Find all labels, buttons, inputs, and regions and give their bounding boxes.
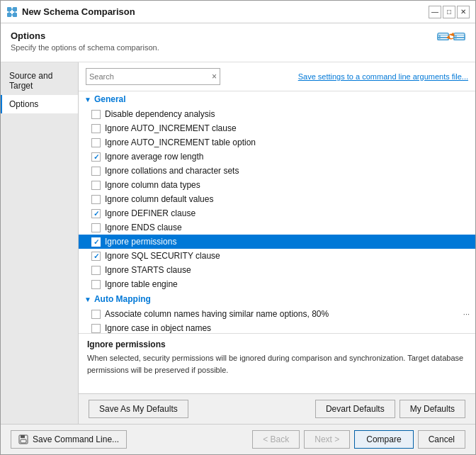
table-row[interactable]: Ignore table engine bbox=[79, 277, 475, 291]
option-label: Ignore column default values bbox=[105, 194, 213, 204]
option-label: Ignore permissions bbox=[105, 237, 176, 247]
option-label: Ignore table engine bbox=[105, 279, 178, 289]
table-row[interactable]: Disable dependency analysis bbox=[79, 107, 475, 121]
svg-rect-19 bbox=[21, 435, 25, 438]
option-label: Ignore ENDS clause bbox=[105, 223, 182, 232]
svg-rect-3 bbox=[13, 13, 17, 17]
option-label: Ignore STARTS clause bbox=[105, 265, 191, 275]
auto-mapping-collapse-arrow: ▼ bbox=[84, 296, 91, 303]
option-label: Associate column names having similar na… bbox=[105, 309, 329, 319]
option-label: Disable dependency analysis bbox=[105, 109, 215, 119]
header-info: Options Specify the options of schema co… bbox=[11, 30, 159, 52]
option-label: Ignore SQL SECURITY clause bbox=[105, 251, 220, 261]
table-row[interactable]: Ignore ENDS clause bbox=[79, 220, 475, 235]
checkbox-ignore-collations[interactable] bbox=[91, 167, 101, 176]
checkbox-ignore-avg-row[interactable] bbox=[91, 152, 101, 162]
option-label: Ignore AUTO_INCREMENT table option bbox=[105, 137, 256, 147]
header-section: Options Specify the options of schema co… bbox=[1, 23, 475, 62]
checkbox-ignore-starts[interactable] bbox=[91, 266, 101, 275]
table-row[interactable]: Ignore DEFINER clause bbox=[79, 206, 475, 220]
save-settings-link[interactable]: Save settings to a command line argument… bbox=[298, 72, 468, 81]
svg-rect-0 bbox=[7, 7, 11, 11]
description-panel: Ignore permissions When selected, securi… bbox=[79, 333, 475, 393]
general-collapse-arrow: ▼ bbox=[84, 96, 91, 103]
option-label: Ignore DEFINER clause bbox=[105, 208, 196, 218]
checkbox-ignore-table-engine[interactable] bbox=[91, 280, 101, 289]
option-label: Ignore column data types bbox=[105, 180, 200, 190]
table-row[interactable]: Ignore average row length bbox=[79, 150, 475, 164]
window-icon bbox=[6, 6, 18, 18]
option-label: Ignore average row length bbox=[105, 152, 203, 162]
close-button[interactable]: ✕ bbox=[457, 6, 470, 18]
bottom-buttons: Save As My Defaults Devart Defaults My D… bbox=[79, 393, 475, 424]
checkbox-ignore-permissions[interactable] bbox=[91, 237, 101, 247]
checkbox-associate-col[interactable] bbox=[91, 310, 101, 319]
option-inner: Associate column names having similar na… bbox=[91, 309, 329, 319]
checkbox-disable-dependency[interactable] bbox=[91, 110, 101, 119]
auto-mapping-group-label: Auto Mapping bbox=[94, 294, 151, 304]
title-bar-left: New Schema Comparison bbox=[6, 6, 135, 18]
devart-defaults-button[interactable]: Devart Defaults bbox=[315, 400, 395, 418]
general-group-header[interactable]: ▼ General bbox=[79, 91, 475, 107]
sidebar-item-source-target[interactable]: Source and Target bbox=[1, 67, 78, 95]
title-bar: New Schema Comparison — □ ✕ bbox=[1, 1, 475, 23]
checkbox-ignore-autoincrement-clause[interactable] bbox=[91, 124, 101, 133]
svg-point-16 bbox=[455, 35, 457, 37]
save-command-line-button[interactable]: Save Command Line... bbox=[11, 430, 127, 449]
more-options-button[interactable]: ··· bbox=[463, 310, 470, 318]
checkbox-ignore-col-types[interactable] bbox=[91, 181, 101, 190]
search-clear-button[interactable]: × bbox=[212, 72, 217, 82]
auto-mapping-group-header[interactable]: ▼ Auto Mapping bbox=[79, 291, 475, 307]
table-row[interactable]: Ignore STARTS clause bbox=[79, 263, 475, 277]
next-button[interactable]: Next > bbox=[304, 430, 350, 449]
option-label: Ignore AUTO_INCREMENT clause bbox=[105, 123, 237, 133]
main-panel: × Save settings to a command line argume… bbox=[79, 62, 475, 424]
table-row[interactable]: Associate column names having similar na… bbox=[79, 307, 475, 321]
header-icon-area bbox=[437, 30, 465, 56]
options-list: ▼ General Disable dependency analysis Ig… bbox=[79, 91, 475, 333]
table-row[interactable]: Ignore AUTO_INCREMENT table option bbox=[79, 135, 475, 150]
save-icon bbox=[18, 434, 28, 444]
svg-rect-2 bbox=[7, 13, 11, 17]
svg-point-17 bbox=[455, 38, 457, 39]
checkbox-ignore-definer[interactable] bbox=[91, 209, 101, 218]
footer-bar: Save Command Line... < Back Next > Compa… bbox=[1, 424, 475, 454]
svg-rect-20 bbox=[21, 439, 26, 443]
sidebar-item-options[interactable]: Options bbox=[1, 95, 78, 113]
search-input[interactable] bbox=[89, 72, 212, 81]
table-row[interactable]: Ignore permissions bbox=[79, 235, 475, 249]
table-row[interactable]: Ignore column data types bbox=[79, 178, 475, 192]
header-title: Options bbox=[11, 30, 159, 41]
schema-icon bbox=[437, 31, 465, 55]
table-row[interactable]: Ignore collations and character sets bbox=[79, 164, 475, 178]
cancel-button[interactable]: Cancel bbox=[418, 430, 465, 449]
defaults-buttons: Devart Defaults My Defaults bbox=[315, 400, 465, 418]
general-group-label: General bbox=[94, 94, 126, 104]
save-command-line-label: Save Command Line... bbox=[33, 434, 119, 444]
main-window: New Schema Comparison — □ ✕ Options Spec… bbox=[0, 0, 476, 455]
sidebar: Source and Target Options bbox=[1, 62, 79, 424]
compare-button[interactable]: Compare bbox=[354, 430, 413, 449]
checkbox-ignore-case[interactable] bbox=[91, 324, 101, 333]
minimize-button[interactable]: — bbox=[429, 6, 441, 18]
table-row[interactable]: Ignore SQL SECURITY clause bbox=[79, 249, 475, 263]
svg-point-12 bbox=[439, 38, 441, 39]
checkbox-ignore-col-defaults[interactable] bbox=[91, 195, 101, 204]
checkbox-ignore-ends[interactable] bbox=[91, 223, 101, 232]
save-as-my-defaults-button[interactable]: Save As My Defaults bbox=[89, 400, 188, 418]
table-row[interactable]: Ignore column default values bbox=[79, 192, 475, 206]
back-button[interactable]: < Back bbox=[252, 430, 300, 449]
table-row[interactable]: Ignore AUTO_INCREMENT clause bbox=[79, 121, 475, 135]
maximize-button[interactable]: □ bbox=[443, 6, 455, 18]
option-label: Ignore collations and character sets bbox=[105, 166, 239, 176]
my-defaults-button[interactable]: My Defaults bbox=[400, 400, 465, 418]
checkbox-ignore-autoincrement-table[interactable] bbox=[91, 138, 101, 147]
svg-point-11 bbox=[439, 35, 441, 37]
content-area: Source and Target Options × Save setting… bbox=[1, 62, 475, 424]
search-input-wrapper[interactable]: × bbox=[86, 68, 220, 85]
svg-rect-1 bbox=[13, 7, 17, 11]
checkbox-ignore-sql-security[interactable] bbox=[91, 252, 101, 261]
table-row[interactable]: Ignore case in object names bbox=[79, 321, 475, 333]
title-bar-controls: — □ ✕ bbox=[429, 6, 470, 18]
search-bar: × Save settings to a command line argume… bbox=[79, 62, 475, 91]
